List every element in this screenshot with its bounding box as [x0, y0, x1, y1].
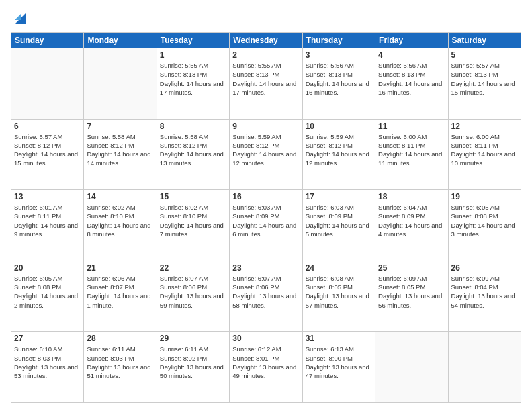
day-number: 17 — [306, 192, 372, 201]
day-info: Sunrise: 6:01 AM Sunset: 8:11 PM Dayligh… — [14, 203, 81, 238]
day-number: 20 — [14, 263, 81, 273]
day-number: 7 — [87, 122, 153, 131]
calendar-week-row: 13Sunrise: 6:01 AM Sunset: 8:11 PM Dayli… — [11, 190, 521, 261]
calendar: SundayMondayTuesdayWednesdayThursdayFrid… — [11, 32, 521, 403]
calendar-cell: 24Sunrise: 6:08 AM Sunset: 8:05 PM Dayli… — [302, 261, 375, 332]
calendar-cell: 1Sunrise: 5:55 AM Sunset: 8:13 PM Daylig… — [157, 48, 229, 120]
day-info: Sunrise: 6:03 AM Sunset: 8:09 PM Dayligh… — [306, 203, 372, 238]
calendar-cell — [448, 332, 521, 403]
weekday-header: Monday — [84, 33, 157, 48]
day-number: 31 — [306, 334, 372, 343]
day-info: Sunrise: 5:59 AM Sunset: 8:12 PM Dayligh… — [306, 132, 372, 168]
calendar-cell: 23Sunrise: 6:07 AM Sunset: 8:06 PM Dayli… — [230, 261, 302, 332]
calendar-cell: 21Sunrise: 6:06 AM Sunset: 8:07 PM Dayli… — [84, 261, 157, 332]
day-info: Sunrise: 6:00 AM Sunset: 8:11 PM Dayligh… — [378, 132, 445, 168]
day-number: 25 — [378, 263, 445, 273]
day-number: 5 — [451, 50, 518, 60]
day-info: Sunrise: 6:07 AM Sunset: 8:06 PM Dayligh… — [160, 274, 226, 310]
day-number: 16 — [232, 192, 299, 201]
day-number: 4 — [378, 50, 445, 60]
day-info: Sunrise: 5:55 AM Sunset: 8:13 PM Dayligh… — [232, 61, 299, 97]
day-info: Sunrise: 6:11 AM Sunset: 8:02 PM Dayligh… — [160, 345, 226, 380]
day-info: Sunrise: 5:59 AM Sunset: 8:12 PM Dayligh… — [232, 132, 299, 168]
day-info: Sunrise: 5:58 AM Sunset: 8:12 PM Dayligh… — [87, 132, 153, 168]
calendar-cell: 18Sunrise: 6:04 AM Sunset: 8:09 PM Dayli… — [375, 190, 448, 261]
calendar-cell: 8Sunrise: 5:58 AM Sunset: 8:12 PM Daylig… — [157, 119, 229, 190]
calendar-cell: 20Sunrise: 6:05 AM Sunset: 8:08 PM Dayli… — [11, 261, 84, 332]
page: SundayMondayTuesdayWednesdayThursdayFrid… — [0, 0, 532, 411]
calendar-cell — [84, 48, 157, 120]
calendar-cell: 25Sunrise: 6:09 AM Sunset: 8:05 PM Dayli… — [375, 261, 448, 332]
calendar-cell: 27Sunrise: 6:10 AM Sunset: 8:03 PM Dayli… — [11, 332, 84, 403]
day-number: 9 — [232, 122, 299, 131]
day-number: 30 — [232, 334, 299, 343]
day-info: Sunrise: 6:10 AM Sunset: 8:03 PM Dayligh… — [14, 345, 81, 380]
day-number: 12 — [451, 122, 518, 131]
calendar-cell — [11, 48, 84, 120]
day-info: Sunrise: 6:06 AM Sunset: 8:07 PM Dayligh… — [87, 274, 153, 310]
calendar-week-row: 1Sunrise: 5:55 AM Sunset: 8:13 PM Daylig… — [11, 48, 521, 120]
day-number: 27 — [14, 334, 81, 343]
calendar-cell: 31Sunrise: 6:13 AM Sunset: 8:00 PM Dayli… — [302, 332, 375, 403]
calendar-cell: 19Sunrise: 6:05 AM Sunset: 8:08 PM Dayli… — [448, 190, 521, 261]
day-info: Sunrise: 5:57 AM Sunset: 8:13 PM Dayligh… — [451, 61, 518, 97]
day-info: Sunrise: 6:13 AM Sunset: 8:00 PM Dayligh… — [306, 345, 372, 380]
calendar-cell: 4Sunrise: 5:56 AM Sunset: 8:13 PM Daylig… — [375, 48, 448, 120]
calendar-body: 1Sunrise: 5:55 AM Sunset: 8:13 PM Daylig… — [11, 48, 521, 403]
day-number: 13 — [14, 192, 81, 201]
day-info: Sunrise: 6:11 AM Sunset: 8:03 PM Dayligh… — [87, 345, 153, 380]
logo-icon — [12, 8, 28, 27]
svg-marker-1 — [15, 13, 21, 20]
calendar-cell: 6Sunrise: 5:57 AM Sunset: 8:12 PM Daylig… — [11, 119, 84, 190]
day-info: Sunrise: 6:05 AM Sunset: 8:08 PM Dayligh… — [14, 274, 81, 310]
day-number: 14 — [87, 192, 153, 201]
day-number: 18 — [378, 192, 445, 201]
calendar-cell: 22Sunrise: 6:07 AM Sunset: 8:06 PM Dayli… — [157, 261, 229, 332]
day-number: 21 — [87, 263, 153, 273]
day-info: Sunrise: 5:56 AM Sunset: 8:13 PM Dayligh… — [306, 61, 372, 97]
calendar-cell: 9Sunrise: 5:59 AM Sunset: 8:12 PM Daylig… — [230, 119, 302, 190]
calendar-cell: 11Sunrise: 6:00 AM Sunset: 8:11 PM Dayli… — [375, 119, 448, 190]
day-info: Sunrise: 6:04 AM Sunset: 8:09 PM Dayligh… — [378, 203, 445, 238]
day-info: Sunrise: 6:07 AM Sunset: 8:06 PM Dayligh… — [232, 274, 299, 310]
weekday-header: Friday — [375, 33, 448, 48]
calendar-cell: 3Sunrise: 5:56 AM Sunset: 8:13 PM Daylig… — [302, 48, 375, 120]
calendar-cell: 16Sunrise: 6:03 AM Sunset: 8:09 PM Dayli… — [230, 190, 302, 261]
day-number: 29 — [160, 334, 226, 343]
day-number: 10 — [306, 122, 372, 131]
day-number: 1 — [160, 50, 226, 60]
calendar-cell: 13Sunrise: 6:01 AM Sunset: 8:11 PM Dayli… — [11, 190, 84, 261]
day-info: Sunrise: 5:57 AM Sunset: 8:12 PM Dayligh… — [14, 132, 81, 168]
day-info: Sunrise: 6:00 AM Sunset: 8:11 PM Dayligh… — [451, 132, 518, 168]
day-info: Sunrise: 6:12 AM Sunset: 8:01 PM Dayligh… — [232, 345, 299, 380]
calendar-cell: 30Sunrise: 6:12 AM Sunset: 8:01 PM Dayli… — [230, 332, 302, 403]
calendar-cell: 17Sunrise: 6:03 AM Sunset: 8:09 PM Dayli… — [302, 190, 375, 261]
day-number: 26 — [451, 263, 518, 273]
day-number: 15 — [160, 192, 226, 201]
day-info: Sunrise: 5:58 AM Sunset: 8:12 PM Dayligh… — [160, 132, 226, 168]
day-number: 6 — [14, 122, 81, 131]
day-info: Sunrise: 6:05 AM Sunset: 8:08 PM Dayligh… — [451, 203, 518, 238]
calendar-cell: 10Sunrise: 5:59 AM Sunset: 8:12 PM Dayli… — [302, 119, 375, 190]
calendar-cell: 14Sunrise: 6:02 AM Sunset: 8:10 PM Dayli… — [84, 190, 157, 261]
day-number: 22 — [160, 263, 226, 273]
weekday-header: Tuesday — [157, 33, 229, 48]
calendar-cell — [375, 332, 448, 403]
calendar-cell: 29Sunrise: 6:11 AM Sunset: 8:02 PM Dayli… — [157, 332, 229, 403]
day-number: 19 — [451, 192, 518, 201]
day-number: 3 — [306, 50, 372, 60]
day-number: 11 — [378, 122, 445, 131]
day-number: 24 — [306, 263, 372, 273]
day-info: Sunrise: 6:02 AM Sunset: 8:10 PM Dayligh… — [160, 203, 226, 238]
calendar-cell: 26Sunrise: 6:09 AM Sunset: 8:04 PM Dayli… — [448, 261, 521, 332]
calendar-cell: 15Sunrise: 6:02 AM Sunset: 8:10 PM Dayli… — [157, 190, 229, 261]
calendar-cell: 2Sunrise: 5:55 AM Sunset: 8:13 PM Daylig… — [230, 48, 302, 120]
day-info: Sunrise: 6:03 AM Sunset: 8:09 PM Dayligh… — [232, 203, 299, 238]
day-number: 2 — [232, 50, 299, 60]
header — [11, 8, 521, 27]
day-number: 28 — [87, 334, 153, 343]
calendar-week-row: 6Sunrise: 5:57 AM Sunset: 8:12 PM Daylig… — [11, 119, 521, 190]
day-number: 23 — [232, 263, 299, 273]
calendar-cell: 5Sunrise: 5:57 AM Sunset: 8:13 PM Daylig… — [448, 48, 521, 120]
weekday-header: Thursday — [302, 33, 375, 48]
